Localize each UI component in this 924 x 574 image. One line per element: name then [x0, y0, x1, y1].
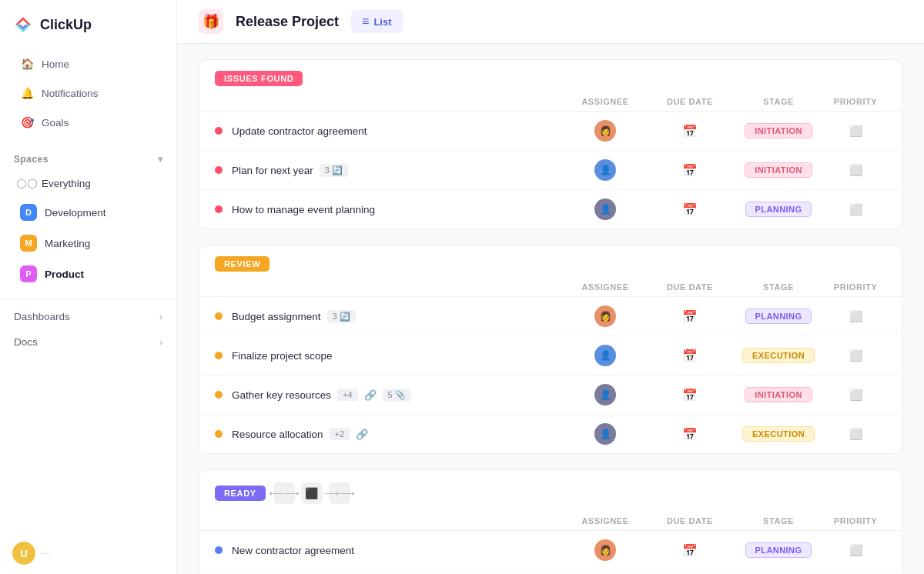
user-bottom: U ···: [0, 532, 176, 574]
toolbar-btn-2[interactable]: ⬛: [301, 482, 323, 504]
task-status-dot: [215, 430, 223, 438]
review-columns: ASSIGNEE DUE DATE STAGE PRIORITY: [199, 279, 902, 297]
sidebar-item-everything[interactable]: ⬡⬡ Everything: [6, 170, 170, 196]
assignee-cell: 👩: [563, 305, 648, 327]
stage-badge[interactable]: INITIATION: [745, 162, 812, 178]
sidebar-item-product[interactable]: P Product: [6, 259, 170, 289]
issues-badge[interactable]: ISSUES FOUND: [215, 71, 303, 86]
assignee-cell: 👩: [563, 539, 648, 561]
task-count-badge: 3 🔄: [320, 164, 348, 177]
project-emoji: 🎁: [203, 13, 219, 30]
issues-columns: ASSIGNEE DUE DATE STAGE PRIORITY: [199, 94, 902, 112]
stage-cell: PLANNING: [732, 542, 825, 558]
task-row[interactable]: Refresh company website 5 📎 👩 📅 EXECUTIO…: [199, 570, 902, 574]
group-issues: ISSUES FOUND ASSIGNEE DUE DATE STAGE PRI…: [199, 59, 902, 229]
calendar-icon: 📅: [682, 202, 698, 217]
assignee-cell: 👤: [563, 384, 648, 405]
task-count-badge: 3 🔄: [327, 310, 356, 323]
user-avatar[interactable]: U: [12, 542, 35, 565]
task-status-dot: [215, 205, 223, 213]
link-icon: 🔗: [356, 429, 368, 440]
product-dot: P: [20, 265, 37, 282]
stage-badge[interactable]: INITIATION: [745, 123, 812, 138]
task-name: Budget assignment 3 🔄: [232, 310, 563, 323]
stage-badge[interactable]: PLANNING: [745, 542, 812, 558]
marketing-label: Marketing: [45, 238, 90, 249]
task-attachment-badge: 5 📎: [383, 389, 411, 402]
stage-badge[interactable]: EXECUTION: [742, 348, 815, 363]
sidebar-item-goals[interactable]: 🎯 Goals: [6, 108, 170, 136]
calendar-icon: 📅: [682, 543, 698, 558]
stage-badge[interactable]: EXECUTION: [742, 426, 815, 442]
stage-cell: INITIATION: [732, 123, 825, 138]
calendar-icon: 📅: [682, 427, 698, 442]
task-row[interactable]: Resource allocation +2 🔗 👤 📅 EXECUTION ⬜: [199, 415, 902, 453]
stage-cell: PLANNING: [732, 309, 825, 324]
spaces-chevron[interactable]: ▾: [158, 154, 162, 165]
stage-cell: EXECUTION: [732, 426, 825, 442]
assignee-cell: 👩: [563, 120, 648, 142]
date-cell: 📅: [648, 309, 732, 324]
stage-cell: INITIATION: [732, 387, 825, 402]
stage-cell: INITIATION: [732, 162, 825, 178]
logo-text: ClickUp: [40, 17, 92, 33]
task-row[interactable]: Finalize project scope 👤 📅 EXECUTION ⬜: [199, 336, 902, 375]
spaces-header: Spaces ▾: [0, 146, 176, 169]
stage-badge[interactable]: PLANNING: [745, 309, 812, 324]
project-title: Release Project: [236, 14, 339, 30]
docs-chevron: ›: [159, 337, 162, 348]
stage-badge[interactable]: INITIATION: [745, 387, 812, 402]
sidebar-item-marketing[interactable]: M Marketing: [6, 229, 170, 258]
task-extra-badge: +2: [330, 428, 350, 440]
review-badge[interactable]: REVIEW: [215, 256, 270, 272]
task-status-dot: [215, 546, 223, 554]
date-cell: 📅: [648, 163, 732, 178]
notifications-label: Notifications: [42, 88, 99, 99]
task-status-dot: [215, 352, 223, 359]
goals-icon: 🎯: [20, 115, 34, 129]
task-row[interactable]: Budget assignment 3 🔄 👩 📅 PLANNING ⬜: [199, 297, 902, 336]
task-row[interactable]: Gather key resources +4 🔗 5 📎 👤 📅 INITIA…: [199, 375, 902, 415]
sidebar-item-notifications[interactable]: 🔔 Notifications: [6, 79, 170, 107]
task-status-dot: [215, 312, 223, 320]
date-cell: 📅: [648, 202, 732, 217]
priority-icon: ⬜: [849, 203, 862, 215]
task-status-dot: [215, 391, 223, 399]
group-issues-header: ISSUES FOUND: [199, 60, 902, 94]
sidebar-item-docs[interactable]: Docs ›: [0, 329, 176, 355]
calendar-icon: 📅: [682, 309, 698, 324]
task-name: Gather key resources +4 🔗 5 📎: [232, 389, 563, 402]
col-duedate-label: DUE DATE: [648, 516, 732, 526]
col-priority-label: PRIORITY: [825, 282, 886, 292]
priority-cell: ⬜: [825, 349, 886, 362]
priority-cell: ⬜: [825, 544, 886, 556]
task-row[interactable]: Update contractor agreement 👩 📅 INITIATI…: [199, 112, 902, 151]
list-view-tab[interactable]: ≡ List: [351, 10, 402, 33]
ready-badge[interactable]: READY: [215, 486, 266, 501]
task-name: How to manage event planning: [232, 204, 563, 215]
sidebar-item-home[interactable]: 🏠 Home: [6, 50, 170, 78]
dashboards-chevron: ›: [159, 312, 162, 322]
task-name: Finalize project scope: [232, 350, 563, 362]
date-cell: 📅: [648, 388, 732, 402]
toolbar-btn-1[interactable]: ⟵⟶: [273, 482, 295, 504]
toolbar-btn-3[interactable]: ⟶⟶: [329, 482, 350, 504]
task-name: Update contractor agreement: [232, 125, 563, 137]
stage-badge[interactable]: PLANNING: [745, 202, 812, 217]
sidebar-item-development[interactable]: D Development: [6, 198, 170, 227]
assignee-cell: 👤: [563, 159, 648, 181]
task-row[interactable]: Plan for next year 3 🔄 👤 📅 INITIATION ⬜: [199, 151, 902, 190]
avatar: 👩: [594, 120, 616, 142]
calendar-icon: 📅: [682, 349, 698, 363]
priority-cell: ⬜: [825, 125, 886, 137]
col-stage-label: STAGE: [732, 282, 825, 292]
col-duedate-label: DUE DATE: [648, 97, 732, 106]
task-row[interactable]: New contractor agreement 👩 📅 PLANNING ⬜: [199, 531, 902, 570]
task-row[interactable]: How to manage event planning 👤 📅 PLANNIN…: [199, 190, 902, 229]
avatar: 👤: [594, 159, 616, 181]
sidebar-item-dashboards[interactable]: Dashboards ›: [0, 304, 176, 329]
project-icon: 🎁: [199, 9, 223, 34]
task-status-dot: [215, 127, 223, 135]
task-name: New contractor agreement: [232, 545, 563, 556]
view-label: List: [373, 16, 391, 28]
